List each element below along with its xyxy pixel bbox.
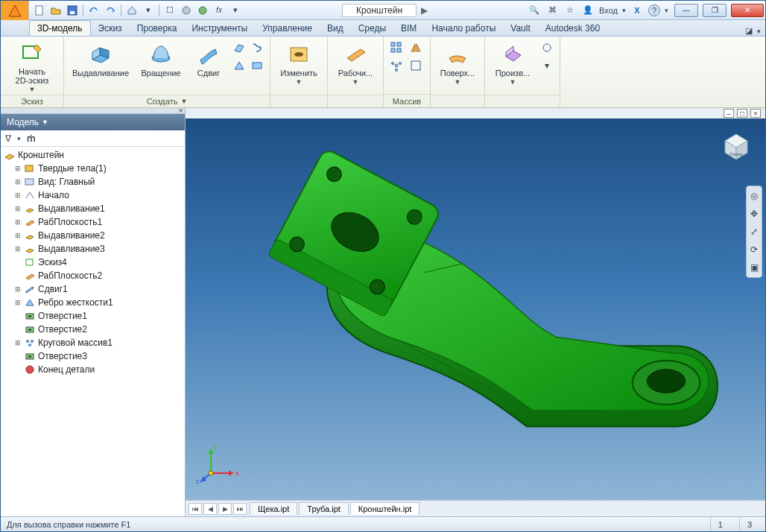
tab-bim[interactable]: BIM [393,21,424,36]
search-icon[interactable]: 🔍 [528,4,541,17]
qat-material-icon[interactable] [179,4,194,17]
signin-label[interactable]: Вход [599,6,618,15]
ribbon-collapse-icon[interactable]: ◪ [745,26,753,36]
qat-select-icon[interactable]: ☐ [162,4,177,17]
doc-nav-prev-icon[interactable]: ◀ [203,503,217,515]
app-menu-button[interactable] [1,1,29,20]
tree-expander-icon[interactable]: ⊞ [14,232,22,239]
tab-view[interactable]: Вид [320,21,351,36]
qat-open-icon[interactable] [48,4,63,17]
sweep-button[interactable]: Сдвиг [189,39,228,92]
viewport-3d[interactable]: Перед ◎ ✥ ⤢ ⟳ ▣ x y z [186,118,765,500]
browser-grip[interactable]: × [1,108,185,114]
qat-undo-icon[interactable] [86,4,101,17]
tree-node[interactable]: Отверстие2 [1,323,185,336]
tree-node[interactable]: РабПлоскость2 [1,269,185,282]
doc-tab-2[interactable]: Кронштейн.ipt [350,502,420,515]
viewcube[interactable]: Перед [719,129,753,163]
tree-expander-icon[interactable]: ⊞ [14,218,22,226]
loft-icon[interactable] [231,39,247,56]
rib-icon[interactable] [231,57,247,74]
tab-environments[interactable]: Среды [351,21,393,36]
start-2d-sketch-button[interactable]: Начать 2D-эскиз ▼ [5,39,59,92]
nav-pan-icon[interactable]: ✥ [747,207,761,221]
tree-node[interactable]: Эскиз4 [1,256,185,269]
tree-expander-icon[interactable]: ⊞ [14,285,22,293]
favorite-icon[interactable]: ☆ [563,4,577,17]
browser-close-icon[interactable]: × [179,106,183,115]
qat-home-dropdown-icon[interactable]: ▾ [141,4,156,17]
tab-sketch[interactable]: Эскиз [91,21,130,36]
rect-pattern-icon[interactable] [388,39,405,56]
tab-vault[interactable]: Vault [503,21,537,36]
nav-zoom-icon[interactable]: ⤢ [747,225,761,238]
model-tree[interactable]: Кронштейн ⊞Твердые тела(1)⊞Вид: Главный⊞… [1,147,185,516]
doc-nav-first-icon[interactable]: ⏮ [189,503,202,515]
filter-icon[interactable]: ∇ [5,133,11,144]
tab-getstarted[interactable]: Начало работы [424,21,503,36]
find-icon[interactable]: ṁ [27,133,36,144]
convert-icon[interactable] [539,39,555,56]
tree-expander-icon[interactable]: ⊞ [14,178,22,186]
tree-node[interactable]: ⊞Твердые тела(1) [1,162,185,175]
tree-expander-icon[interactable]: ⊞ [14,299,22,306]
tree-expander-icon[interactable]: ⊞ [14,191,22,199]
viewport-minimize-icon[interactable]: – [724,109,734,118]
tree-node[interactable]: ⊞Выдавливание1 [1,202,185,215]
revolve-button[interactable]: Вращение [136,39,186,92]
tree-expander-icon[interactable]: ⊞ [14,205,22,212]
tree-expander-icon[interactable]: ⊞ [14,245,22,253]
modify-button[interactable]: Изменить▼ [275,39,323,92]
tree-expander-icon[interactable]: ⊞ [14,339,22,346]
tab-a360[interactable]: Autodesk 360 [538,21,607,36]
tree-node[interactable]: ⊞Сдвиг1 [1,282,185,296]
qat-new-icon[interactable] [32,4,47,17]
doc-nav-last-icon[interactable]: ⏭ [233,503,247,515]
browser-title[interactable]: Модель▼ [1,114,185,130]
emboss-icon[interactable] [249,57,265,74]
tree-node[interactable]: Отверстие3 [1,349,185,363]
minimize-button[interactable]: — [674,4,698,17]
tab-manage[interactable]: Управление [255,21,320,36]
tree-node[interactable]: ⊞Вид: Главный [1,175,185,189]
tree-node[interactable]: ⊞Выдавливание2 [1,229,185,242]
extrude-button[interactable]: Выдавливание [69,39,133,92]
qat-home-icon[interactable] [124,4,139,17]
exchange-icon[interactable]: X [630,4,644,17]
tree-node[interactable]: ⊞Круговой массив1 [1,336,185,349]
qat-fx-icon[interactable]: fx [212,4,227,17]
help-icon[interactable]: ? [648,4,660,16]
viewport-restore-icon[interactable]: □ [737,109,747,118]
viewport-close-icon[interactable]: × [750,109,761,118]
surface-button[interactable]: Поверх...▼ [435,39,480,92]
qat-save-icon[interactable] [65,4,80,17]
doc-tab-1[interactable]: Труба.ipt [299,502,349,515]
convert-dropdown-icon[interactable]: ▾ [539,57,555,74]
qat-redo-icon[interactable] [103,4,118,17]
sketch-driven-icon[interactable] [408,57,424,74]
doc-tab-0[interactable]: Щека.ipt [250,502,297,515]
circ-pattern-icon[interactable] [388,57,405,74]
workfeatures-button[interactable]: Рабочи...▼ [332,39,379,92]
nav-orbit-icon[interactable]: ⟳ [747,243,761,256]
tab-3d-model[interactable]: 3D-модель [29,20,91,36]
tab-inspect[interactable]: Проверка [130,21,185,36]
qat-more-icon[interactable]: ▾ [228,4,243,17]
freeform-button[interactable]: Произв...▼ [490,39,536,92]
qat-appearance-icon[interactable] [195,4,210,17]
tree-expander-icon[interactable]: ⊞ [14,165,22,172]
mirror-icon[interactable] [408,39,424,56]
nav-wheel-icon[interactable]: ◎ [747,189,761,203]
maximize-button[interactable]: ❐ [703,4,727,17]
signin-icon[interactable]: 👤 [581,4,595,17]
coil-icon[interactable] [249,39,265,56]
tree-root[interactable]: Кронштейн [1,148,185,162]
title-play-icon[interactable]: ▶ [421,5,431,16]
tree-node[interactable]: ⊞Ребро жесткости1 [1,296,185,309]
tree-node[interactable]: Отверстие1 [1,309,185,323]
nav-lookat-icon[interactable]: ▣ [747,261,761,274]
keytips-icon[interactable]: ⌘ [545,4,559,17]
tree-node[interactable]: Конец детали [1,363,185,376]
tree-node[interactable]: ⊞Выдавливание3 [1,242,185,256]
doc-nav-next-icon[interactable]: ▶ [218,503,232,515]
